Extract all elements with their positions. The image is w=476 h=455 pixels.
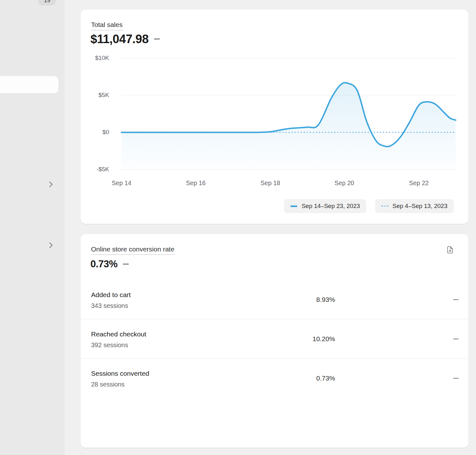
notification-badge: 19 <box>38 0 56 5</box>
row-sessions: 28 sessions <box>91 380 149 388</box>
x-axis-tick: Sep 16 <box>178 179 213 187</box>
sidebar: 19 <box>0 0 65 455</box>
legend-compare-period-label: Sep 4–Sep 13, 2023 <box>393 203 447 210</box>
row-sessions: 343 sessions <box>91 302 131 309</box>
table-row-reached-checkout: Reached checkout 392 sessions 10.20% <box>81 319 468 359</box>
sidebar-selected-item[interactable] <box>0 76 58 93</box>
y-axis-tick: -$5K <box>87 166 109 173</box>
legend-current-period: Sep 14–Sep 23, 2023 <box>284 199 366 213</box>
total-sales-card: Total sales $11,047.98 $10K $5K $0 <box>81 10 468 224</box>
chevron-right-icon[interactable] <box>47 180 55 188</box>
x-axis-tick: Sep 14 <box>104 179 139 187</box>
row-rate: 8.93% <box>284 296 335 303</box>
table-row-added-to-cart: Added to cart 343 sessions 8.93% <box>81 280 468 319</box>
no-change-dash-icon <box>123 263 129 265</box>
x-axis-tick: Sep 20 <box>327 179 362 187</box>
table-row-sessions-converted: Sessions converted 28 sessions 0.73% <box>81 359 468 398</box>
sales-area-fill <box>122 83 456 170</box>
x-axis-tick: Sep 18 <box>253 179 288 187</box>
conversion-rate-title[interactable]: Online store conversion rate <box>91 245 175 255</box>
no-change-dash-icon <box>453 299 459 300</box>
conversion-rate-card: Online store conversion rate 0.73% Added… <box>81 234 468 448</box>
total-sales-chart <box>81 10 468 187</box>
conversion-rate-value: 0.73% <box>90 258 117 270</box>
row-sessions: 392 sessions <box>91 341 146 349</box>
legend-compare-period: Sep 4–Sep 13, 2023 <box>375 199 454 213</box>
legend-current-period-label: Sep 14–Sep 23, 2023 <box>301 203 360 210</box>
y-axis-tick: $0 <box>87 129 109 136</box>
row-label: Sessions converted <box>91 369 149 377</box>
row-rate: 10.20% <box>284 335 335 343</box>
y-axis-tick: $5K <box>87 92 109 99</box>
row-rate: 0.73% <box>284 374 335 382</box>
row-label: Reached checkout <box>91 330 146 338</box>
conversion-funnel-table: Added to cart 343 sessions 8.93% Reached… <box>81 280 468 398</box>
no-change-dash-icon <box>453 338 459 339</box>
no-change-dash-icon <box>453 378 459 379</box>
dotted-line-marker-icon <box>381 205 388 207</box>
chevron-right-icon[interactable] <box>47 241 55 249</box>
row-label: Added to cart <box>91 291 131 299</box>
chart-legend: Sep 14–Sep 23, 2023 Sep 4–Sep 13, 2023 <box>284 199 454 213</box>
report-icon[interactable] <box>446 245 454 254</box>
y-axis-tick: $10K <box>87 55 109 62</box>
solid-line-marker-icon <box>290 205 297 207</box>
x-axis-tick: Sep 22 <box>401 179 436 187</box>
